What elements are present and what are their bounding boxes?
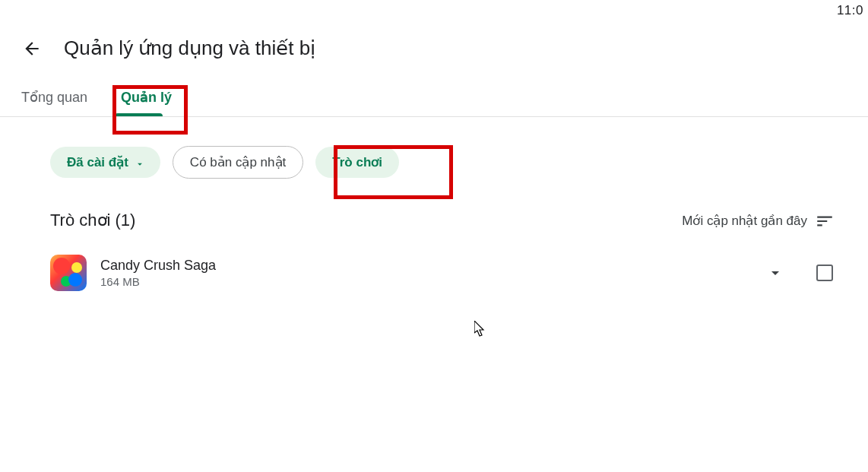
sort-button[interactable]: Mới cập nhật gần đây (682, 211, 833, 230)
arrow-left-icon (22, 39, 42, 59)
chevron-down-icon (766, 264, 784, 282)
app-header: Quản lý ứng dụng và thiết bị (0, 0, 868, 78)
filter-games-label: Trò chơi (332, 154, 382, 170)
list-header: Trò chơi (1) Mới cập nhật gần đây (0, 179, 868, 230)
expand-button[interactable] (766, 264, 784, 282)
sort-icon (815, 211, 833, 230)
filter-games[interactable]: Trò chơi (315, 147, 399, 178)
tabs-bar: Tổng quan Quản lý (0, 78, 868, 117)
filter-updates[interactable]: Có bản cập nhật (173, 146, 303, 179)
list-title: Trò chơi (1) (50, 211, 135, 230)
filter-chips-row: Đã cài đặt Có bản cập nhật Trò chơi (0, 117, 868, 179)
tab-overview[interactable]: Tổng quan (21, 78, 104, 116)
app-icon-candy-crush (50, 255, 87, 291)
filter-installed-label: Đã cài đặt (67, 154, 128, 170)
app-row[interactable]: Candy Crush Saga 164 MB (0, 230, 868, 291)
app-name: Candy Crush Saga (100, 258, 752, 274)
app-size: 164 MB (100, 275, 752, 288)
cursor-icon (474, 321, 486, 337)
status-bar-time: 11:0 (837, 3, 863, 18)
app-checkbox[interactable] (816, 265, 833, 281)
filter-installed[interactable]: Đã cài đặt (50, 147, 160, 178)
back-button[interactable] (21, 38, 43, 59)
app-info: Candy Crush Saga 164 MB (100, 258, 752, 288)
caret-down-icon (135, 158, 144, 167)
filter-updates-label: Có bản cập nhật (190, 154, 286, 170)
sort-label: Mới cập nhật gần đây (682, 213, 807, 229)
page-title: Quản lý ứng dụng và thiết bị (64, 36, 315, 60)
tab-manage[interactable]: Quản lý (104, 78, 188, 116)
